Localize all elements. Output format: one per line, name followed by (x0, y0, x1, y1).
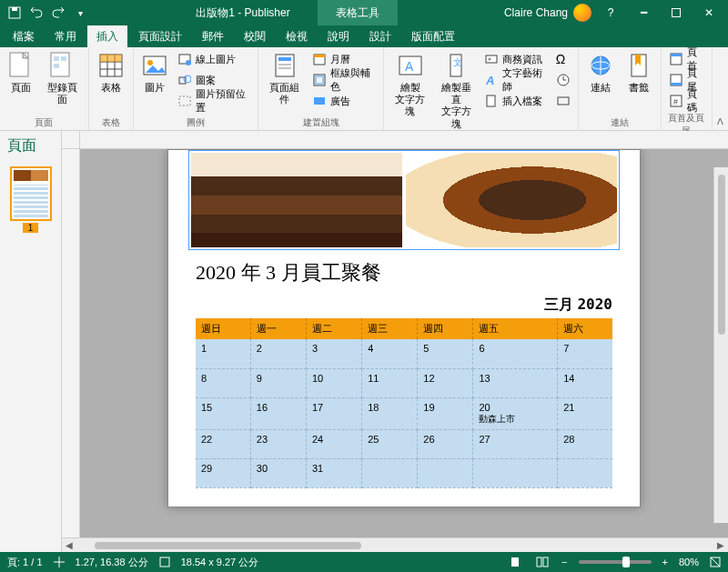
calendar-cell[interactable] (473, 458, 558, 487)
document-title[interactable]: 2020 年 3 月員工聚餐 (196, 259, 612, 286)
object-button[interactable] (552, 91, 574, 111)
calendar-cell[interactable]: 28 (558, 429, 612, 458)
svg-rect-22 (278, 57, 291, 61)
page-button[interactable]: 頁面 (4, 49, 38, 95)
help-button[interactable]: ? (597, 0, 624, 25)
tab-review[interactable]: 校閱 (235, 25, 275, 48)
ads-button[interactable]: 廣告 (308, 91, 379, 111)
calendar-cell[interactable]: 12 (418, 368, 473, 397)
calendar-cell[interactable]: 18 (362, 397, 418, 429)
tab-layout[interactable]: 版面配置 (402, 25, 464, 48)
calendar-cell[interactable]: 2 (250, 339, 306, 368)
calendar-table[interactable]: 週日週一週二週三週四週五週六 1234567891011121314151617… (196, 318, 612, 488)
calendar-cell[interactable]: 5 (418, 339, 473, 368)
calendar-cell[interactable]: 17 (306, 397, 361, 429)
view-spread-icon[interactable] (534, 555, 551, 569)
online-pictures-button[interactable]: 線上圖片 (174, 49, 254, 69)
tab-mailings[interactable]: 郵件 (193, 25, 233, 48)
zoom-in-button[interactable]: + (662, 557, 668, 567)
insert-file-button[interactable]: 插入檔案 (480, 91, 551, 111)
calendar-cell[interactable]: 22 (196, 429, 250, 458)
tab-file[interactable]: 檔案 (4, 25, 44, 48)
view-single-icon[interactable] (507, 555, 523, 569)
calendar-cell[interactable]: 9 (250, 368, 306, 397)
minimize-button[interactable]: ━ (630, 0, 657, 25)
catalog-page-button[interactable]: 型錄頁面 (40, 49, 85, 107)
horizontal-ruler[interactable] (80, 131, 728, 148)
page-thumbnail[interactable] (10, 166, 52, 221)
page-parts-button[interactable]: 頁面組件 (262, 49, 307, 107)
calendar-cell[interactable]: 14 (558, 368, 612, 397)
redo-icon[interactable] (51, 5, 66, 20)
draw-textbox-button[interactable]: A 繪製 文字方塊 (388, 49, 432, 120)
status-page[interactable]: 頁: 1 / 1 (7, 556, 43, 569)
scroll-right-icon[interactable]: ▶ (713, 540, 728, 550)
tab-view[interactable]: 檢視 (277, 25, 317, 48)
calendar-cell[interactable]: 3 (306, 339, 361, 368)
calendar-cell[interactable]: 11 (362, 368, 418, 397)
calendar-cell[interactable]: 19 (418, 397, 473, 429)
undo-icon[interactable] (29, 5, 44, 20)
image-cake[interactable] (191, 153, 402, 247)
hyperlink-button[interactable]: 連結 (582, 49, 619, 95)
ribbon-collapse-button[interactable]: ᐱ (713, 47, 728, 130)
tab-help[interactable]: 說明 (318, 25, 359, 48)
zoom-out-button[interactable]: − (561, 557, 567, 567)
save-icon[interactable] (7, 5, 22, 20)
calendar-cell[interactable]: 20動森上市 (473, 397, 558, 429)
calendar-cell[interactable]: 31 (306, 458, 361, 487)
symbol-button[interactable]: Ω (552, 49, 574, 69)
page-number-button[interactable]: #頁碼 (665, 91, 708, 111)
close-button[interactable]: ✕ (695, 0, 723, 25)
tab-insert[interactable]: 插入 (87, 25, 127, 48)
calendar-cell[interactable]: 25 (362, 429, 418, 458)
borders-button[interactable]: 框線與輔色 (308, 70, 379, 90)
user-badge[interactable]: Claire Chang (504, 4, 592, 22)
scroll-left-icon[interactable]: ◀ (62, 540, 76, 550)
table-button[interactable]: 表格 (93, 49, 129, 95)
image-row[interactable] (188, 150, 620, 250)
page-canvas-scroll[interactable]: 2020 年 3 月員工聚餐 三月 2020 週日週一週二週三週四週五週六 12… (80, 149, 728, 537)
zoom-slider[interactable] (579, 560, 652, 564)
tab-design[interactable]: 設計 (360, 25, 400, 48)
vert-textbox-button[interactable]: 文 繪製垂直 文字方塊 (434, 49, 479, 132)
calendar-cell[interactable]: 15 (196, 397, 250, 429)
calendar-cell[interactable]: 29 (196, 458, 250, 487)
zoom-percent[interactable]: 80% (679, 557, 699, 567)
vertical-ruler[interactable] (62, 149, 80, 537)
wordart-button[interactable]: A文字藝術師 (480, 70, 551, 90)
calendar-cell[interactable] (418, 458, 473, 487)
tab-home[interactable]: 常用 (46, 25, 86, 48)
maximize-button[interactable] (662, 0, 690, 25)
calendar-cell[interactable]: 4 (362, 339, 418, 368)
vertical-scrollbar[interactable] (713, 167, 728, 523)
horizontal-scrollbar[interactable]: ◀ ▶ (62, 537, 728, 552)
calendar-cell[interactable]: 16 (250, 397, 306, 429)
qat-more-icon[interactable]: ▾ (73, 5, 87, 20)
calendar-cell[interactable]: 24 (306, 429, 361, 458)
calendar-cell[interactable]: 6 (473, 339, 558, 368)
ribbon-group-text: A 繪製 文字方塊 文 繪製垂直 文字方塊 商務資訊 A文字藝術師 插入檔案 Ω… (384, 47, 579, 130)
calendar-cell[interactable]: 27 (473, 429, 558, 458)
page[interactable]: 2020 年 3 月員工聚餐 三月 2020 週日週一週二週三週四週五週六 12… (167, 149, 641, 507)
calendar-cell[interactable] (362, 458, 418, 487)
calendar-cell[interactable]: 10 (306, 368, 361, 397)
image-dish[interactable] (406, 153, 617, 247)
calendar-cell[interactable]: 8 (196, 368, 250, 397)
picture-button[interactable]: 圖片 (137, 49, 172, 95)
calendar-cell[interactable]: 7 (558, 339, 612, 368)
tab-pagedesign[interactable]: 頁面設計 (129, 25, 191, 48)
calendar-cell[interactable]: 30 (250, 458, 306, 487)
month-label[interactable]: 三月 2020 (196, 296, 612, 315)
calendar-cell[interactable]: 23 (250, 429, 306, 458)
picture-placeholder-button[interactable]: 圖片預留位置 (174, 91, 254, 111)
zoom-fit-icon[interactable] (710, 557, 721, 567)
wordart-icon: A (484, 73, 499, 87)
calendar-cell[interactable]: 1 (196, 339, 250, 368)
bookmark-button[interactable]: 書籤 (621, 49, 657, 95)
calendar-cell[interactable] (558, 458, 612, 487)
datetime-button[interactable] (552, 70, 574, 90)
calendar-cell[interactable]: 26 (418, 429, 473, 458)
calendar-cell[interactable]: 13 (473, 368, 558, 397)
calendar-cell[interactable]: 21 (558, 397, 612, 429)
